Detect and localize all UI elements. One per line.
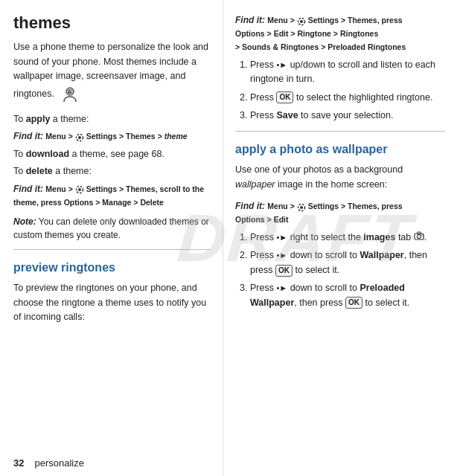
divider-right [235,131,445,132]
find-wallpaper-label: Find it: [235,201,265,211]
dl-suffix: a theme, see page 68. [69,149,164,159]
wallpaper-body: Use one of your photos as a background w… [235,163,445,192]
images-bold: images [363,232,395,242]
gear-icon-apply [75,132,84,141]
ok-button-3: OK [345,297,362,309]
wallpaper-step-3: Press •► down to scroll to Preloaded Wal… [250,281,445,310]
svg-point-7 [300,20,303,23]
preloaded-wallpaper-bold: Preloaded Wallpaper [250,283,405,307]
page-title: themes [13,13,211,33]
find-apply-path-rest: Settings > Themes > theme [84,132,188,141]
find-delete-path1: Menu > [45,184,74,193]
intro-span: Use a phone theme to personalize the loo… [13,42,208,98]
gear-icon-delete [75,184,84,193]
left-column: themes Use a phone theme to personalize … [0,0,223,476]
find-apply-label: Find it: [13,131,43,141]
ringtone-steps: Press •► up/down to scroll and listen to… [235,58,445,123]
apply-prefix: To [13,114,26,124]
ringtone-step-2: Press OK to select the highlighted ringt… [250,91,445,105]
camera-icon [414,231,424,245]
apply-label: To apply a theme: [13,112,211,126]
wallpaper-italic: wallpaper [235,179,275,190]
svg-rect-13 [417,232,421,234]
page-footer: 32 personalize [0,457,223,469]
find-wallpaper-path: Menu > [267,202,296,210]
note-text: Note: You can delete only downloaded the… [13,215,211,242]
wallpaper-section-title: apply a photo as wallpaper [235,142,445,158]
find-wallpaper: Find it: Menu > Settings > Themes, press… [235,199,445,226]
svg-point-14 [421,234,423,236]
del-prefix: To [13,166,26,176]
del-bold: delete [26,166,53,176]
wallpaper-step-1: Press •► right to select the images tab … [250,231,445,245]
find-ringtone: Find it: Menu > Settings > Themes, press… [235,13,445,54]
find-apply-path: Menu > [45,132,74,141]
nav-arrow-wp-2: •► [276,249,287,262]
page-number: 32 [13,457,24,469]
svg-point-12 [417,235,421,239]
page-container: DRAFT themes Use a phone theme to person… [0,0,457,476]
theme-icon: A [60,84,80,105]
find-ringtone-label: Find it: [235,15,265,25]
wallpaper-bold: Wallpaper [359,250,403,260]
right-column: Find it: Menu > Settings > Themes, press… [223,0,457,476]
nav-arrow-1: •► [276,59,287,71]
dl-prefix: To [13,149,26,159]
gear-icon-wallpaper [297,202,306,211]
footer-label: personalize [34,457,84,469]
wallpaper-steps: Press •► right to select the images tab … [235,231,445,310]
del-suffix: a theme: [53,166,92,176]
find-ringtone-path: Menu > [267,16,296,25]
note-body: You can delete only downloaded themes or… [13,216,209,240]
svg-text:A: A [68,89,71,94]
svg-point-3 [78,136,81,139]
nav-arrow-wp-3: •► [276,282,287,295]
find-delete: Find it: Menu > Settings > Themes, scrol… [13,182,211,209]
ringtone-step-1: Press •► up/down to scroll and listen to… [250,58,445,87]
ok-button-1: OK [276,91,293,103]
dl-bold: download [26,149,69,159]
apply-bold: apply [26,114,51,124]
preview-body: To preview the ringtones on your phone, … [13,281,211,324]
gear-icon-ringtone [297,16,306,25]
intro-text: Use a phone theme to personalize the loo… [13,40,211,104]
preview-section-title: preview ringtones [13,260,211,276]
save-bold: Save [276,110,298,120]
note-label: Note: [13,216,36,227]
find-delete-label: Find it: [13,184,43,194]
ok-button-2: OK [275,265,293,277]
ringtone-step-3: Press Save to save your selection. [250,109,445,123]
divider [13,249,211,250]
apply-suffix: a theme: [50,114,89,124]
wallpaper-step-2: Press •► down to scroll to Wallpaper, th… [250,248,445,277]
find-apply: Find it: Menu > Settings > Themes > them… [13,129,211,143]
nav-arrow-wp-1: •► [276,231,287,244]
delete-label: To delete a theme: [13,164,211,178]
svg-point-5 [78,188,81,191]
svg-point-9 [300,206,303,209]
download-label: To download a theme, see page 68. [13,147,211,161]
